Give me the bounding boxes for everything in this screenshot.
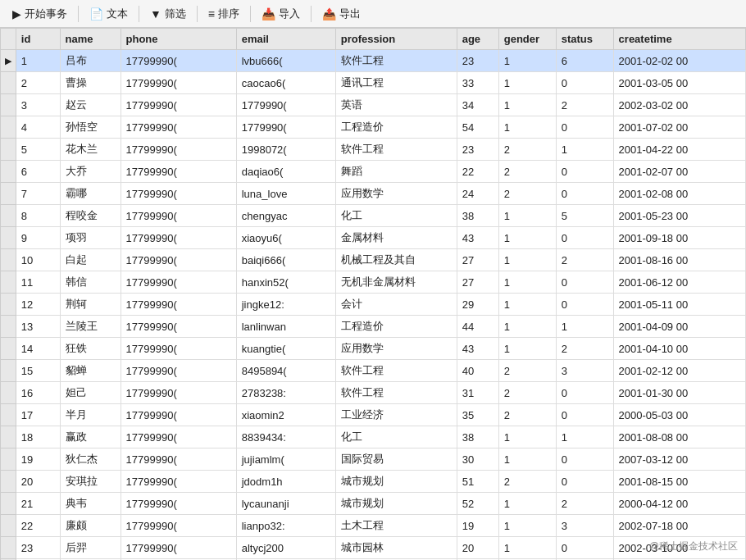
col-header-profession[interactable]: profession [335, 29, 457, 50]
cell-email: jingke12: [236, 294, 335, 316]
cell-phone: 17799990( [121, 161, 236, 183]
export-button[interactable]: 📤 导出 [315, 3, 368, 25]
cell-email: kuangtie( [236, 338, 335, 360]
table-row[interactable]: 13兰陵王17799990(lanlinwan工程造价44112001-04-0… [1, 316, 746, 338]
cell-name: 兰陵王 [60, 316, 121, 338]
filter-button[interactable]: ▼ 筛选 [143, 3, 193, 25]
table-row[interactable]: 22廉颇17799990(lianpo32:土木工程19132002-07-18… [1, 515, 746, 537]
cell-phone: 17799990( [121, 448, 236, 471]
table-row[interactable]: 16妲己17799990(2783238:软件工程31202001-01-30 … [1, 382, 746, 404]
col-header-age[interactable]: age [457, 29, 498, 50]
cell-email: xiaomin2 [236, 404, 335, 426]
cell-phone: 17799990( [121, 139, 236, 161]
cell-name: 霸哪 [60, 183, 121, 205]
cell-age: 38 [457, 426, 498, 448]
cell-age: 38 [457, 205, 498, 227]
cell-status: 0 [556, 471, 613, 493]
cell-status: 6 [556, 50, 613, 72]
col-header-phone[interactable]: phone [121, 29, 236, 50]
table-row[interactable]: 21典韦17799990(lycaunanji城市规划52122000-04-1… [1, 493, 746, 515]
start-task-label: 开始事务 [25, 7, 67, 21]
table-row[interactable]: 10白起17799990(baiqi666(机械工程及其自27122001-08… [1, 249, 746, 271]
import-button[interactable]: 📥 导入 [254, 3, 307, 25]
text-button[interactable]: 📄 文本 [82, 3, 135, 25]
cell-age: 27 [457, 271, 498, 294]
cell-email: 2783238: [236, 382, 335, 404]
cell-createtime: 2000-04-12 00 [613, 493, 745, 515]
cell-age: 35 [457, 404, 498, 426]
cell-name: 安琪拉 [60, 471, 121, 493]
cell-id: 8 [16, 205, 60, 227]
cell-age: 34 [457, 94, 498, 116]
table-row[interactable]: 11韩信17799990(hanxin52(无机非金属材料27102001-06… [1, 271, 746, 294]
table-row[interactable]: 8程咬金17799990(chengyac化工38152001-05-23 00 [1, 205, 746, 227]
cell-createtime: 2001-02-07 00 [613, 161, 745, 183]
col-header-name[interactable]: name [60, 29, 121, 50]
cell-age: 23 [457, 50, 498, 72]
row-indicator [1, 249, 16, 271]
cell-id: 3 [16, 94, 60, 116]
sort-icon: ≡ [208, 7, 215, 20]
cell-id: 7 [16, 183, 60, 205]
start-task-button[interactable]: ▶ 开始事务 [5, 3, 75, 25]
cell-status: 1 [556, 139, 613, 161]
cell-id: 20 [16, 471, 60, 493]
cell-createtime: 2002-07-18 00 [613, 515, 745, 537]
cell-age: 43 [457, 338, 498, 360]
import-icon: 📥 [262, 7, 275, 20]
cell-email: 8839434: [236, 426, 335, 448]
cell-status: 0 [556, 294, 613, 316]
cell-profession: 机械工程及其自 [335, 249, 457, 271]
separator-2 [139, 6, 139, 22]
cell-gender: 1 [498, 294, 556, 316]
cell-phone: 17799990( [121, 294, 236, 316]
table-row[interactable]: 20安琪拉17799990(jdodm1h城市规划51202001-08-15 … [1, 471, 746, 493]
cell-phone: 17799990( [121, 205, 236, 227]
col-header-status[interactable]: status [556, 29, 613, 50]
cell-phone: 17799990( [121, 116, 236, 139]
row-indicator [1, 271, 16, 294]
table-row[interactable]: 12荆轲17799990(jingke12:会计29102001-05-11 0… [1, 294, 746, 316]
cell-profession: 城市规划 [335, 471, 457, 493]
cell-profession: 土木工程 [335, 515, 457, 537]
cell-profession: 英语 [335, 94, 457, 116]
cell-createtime: 2001-08-16 00 [613, 249, 745, 271]
table-row[interactable]: 7霸哪17799990(luna_love应用数学24202001-02-08 … [1, 183, 746, 205]
col-header-id[interactable]: id [16, 29, 60, 50]
table-row[interactable]: 14狂铁17799990(kuangtie(应用数学43122001-04-10… [1, 338, 746, 360]
table-row[interactable]: 2曹操17799990(caocao6(通讯工程33102001-03-05 0… [1, 72, 746, 94]
table-row[interactable]: 4孙悟空17799990(1779990(工程造价54102001-07-02 … [1, 116, 746, 139]
cell-phone: 17799990( [121, 360, 236, 382]
cell-createtime: 2001-01-30 00 [613, 382, 745, 404]
cell-profession: 软件工程 [335, 360, 457, 382]
row-indicator [1, 448, 16, 471]
table-row[interactable]: 5花木兰17799990(1998072(软件工程23212001-04-22 … [1, 139, 746, 161]
table-row[interactable]: 6大乔17799990(daqiao6(舞蹈22202001-02-07 00 [1, 161, 746, 183]
table-row[interactable]: 15貂蝉17799990(8495894(软件工程40232001-02-12 … [1, 360, 746, 382]
col-header-gender[interactable]: gender [498, 29, 556, 50]
table-row[interactable]: 23后羿17799990(altycj200城市园林20102002-03-10… [1, 537, 746, 559]
cell-createtime: 2001-02-12 00 [613, 360, 745, 382]
cell-profession: 软件工程 [335, 50, 457, 72]
cell-status: 0 [556, 537, 613, 559]
col-header-email[interactable]: email [236, 29, 335, 50]
cell-email: xiaoyu6( [236, 227, 335, 249]
sort-button[interactable]: ≡ 排序 [201, 3, 247, 25]
cell-profession: 舞蹈 [335, 161, 457, 183]
cell-profession: 通讯工程 [335, 72, 457, 94]
cell-status: 2 [556, 249, 613, 271]
cell-email: 1779990( [236, 116, 335, 139]
cell-id: 15 [16, 360, 60, 382]
table-row[interactable]: 17半月17799990(xiaomin2工业经济35202000-05-03 … [1, 404, 746, 426]
start-task-icon: ▶ [12, 7, 21, 20]
table-row[interactable]: 9项羽17799990(xiaoyu6(金属材料43102001-09-18 0… [1, 227, 746, 249]
col-header-createtime[interactable]: createtime [613, 29, 745, 50]
cell-status: 0 [556, 404, 613, 426]
table-row[interactable]: 19狄仁杰17799990(jujiamlm(国际贸易30102007-03-1… [1, 448, 746, 471]
cell-name: 狄仁杰 [60, 448, 121, 471]
cell-status: 0 [556, 161, 613, 183]
table-row[interactable]: 18赢政17799990(8839434:化工38112001-08-08 00 [1, 426, 746, 448]
table-row[interactable]: 3赵云17799990(1779990(英语34122002-03-02 00 [1, 94, 746, 116]
cell-phone: 17799990( [121, 515, 236, 537]
table-row[interactable]: ▶1吕布17799990(lvbu666(软件工程23162001-02-02 … [1, 50, 746, 72]
